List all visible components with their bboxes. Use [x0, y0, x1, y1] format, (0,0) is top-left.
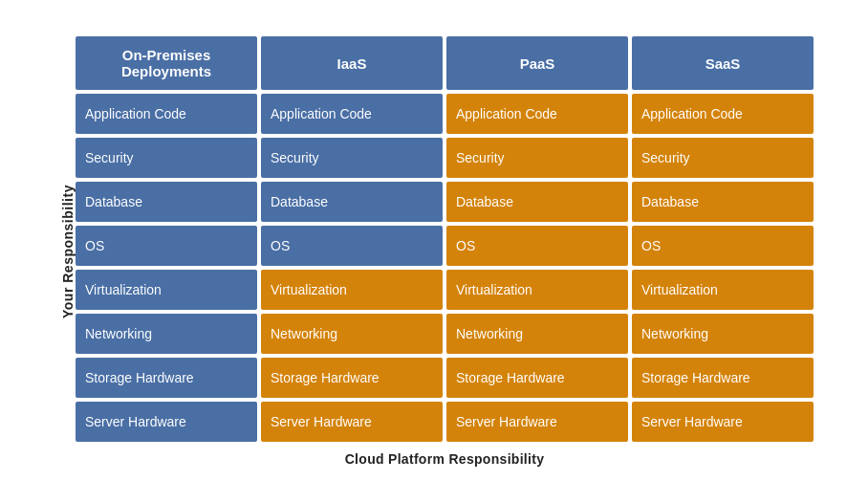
cell-on-premises-row6: Storage Hardware — [76, 358, 257, 398]
cell-paas-row7: Server Hardware — [446, 402, 628, 442]
x-axis-label: Cloud Platform Responsibility — [345, 451, 545, 467]
cell-saas-row5: Networking — [632, 314, 814, 354]
cell-paas-row3: OS — [446, 226, 628, 266]
column-iaas: IaaSApplication CodeSecurityDatabaseOSVi… — [261, 36, 443, 442]
cell-iaas-row7: Server Hardware — [261, 402, 443, 442]
cell-saas-row0: Application Code — [632, 94, 814, 134]
cell-saas-row7: Server Hardware — [632, 402, 814, 442]
cell-saas-row1: Security — [632, 138, 814, 178]
cell-iaas-row0: Application Code — [261, 94, 443, 134]
column-saas: SaaSApplication CodeSecurityDatabaseOSVi… — [632, 36, 814, 442]
diagram-wrapper: Your Responsibility On-Premises Deployme… — [54, 36, 814, 467]
cell-paas-row2: Database — [446, 182, 628, 222]
cell-iaas-row4: Virtualization — [261, 270, 443, 310]
cell-on-premises-row1: Security — [76, 138, 257, 178]
cell-saas-row6: Storage Hardware — [632, 358, 814, 398]
header-paas: PaaS — [446, 36, 628, 90]
column-paas: PaaSApplication CodeSecurityDatabaseOSVi… — [446, 36, 628, 442]
cell-iaas-row2: Database — [261, 182, 443, 222]
cell-paas-row1: Security — [446, 138, 628, 178]
cell-iaas-row3: OS — [261, 226, 443, 266]
cell-on-premises-row3: OS — [76, 226, 257, 266]
cell-saas-row4: Virtualization — [632, 270, 814, 310]
y-axis-label: Your Responsibility — [54, 36, 76, 467]
header-on-premises: On-Premises Deployments — [76, 36, 257, 90]
cell-paas-row5: Networking — [446, 314, 628, 354]
cell-paas-row0: Application Code — [446, 94, 628, 134]
cell-paas-row6: Storage Hardware — [446, 358, 628, 398]
cell-saas-row2: Database — [632, 182, 814, 222]
columns-wrapper: On-Premises DeploymentsApplication CodeS… — [76, 36, 814, 442]
cell-iaas-row1: Security — [261, 138, 443, 178]
cell-saas-row3: OS — [632, 226, 814, 266]
cell-on-premises-row0: Application Code — [76, 94, 257, 134]
diagram-container: On-Premises DeploymentsApplication CodeS… — [76, 36, 814, 467]
header-saas: SaaS — [632, 36, 814, 90]
header-iaas: IaaS — [261, 36, 443, 90]
cell-on-premises-row4: Virtualization — [76, 270, 257, 310]
column-on-premises: On-Premises DeploymentsApplication CodeS… — [76, 36, 257, 442]
cell-iaas-row6: Storage Hardware — [261, 358, 443, 398]
cell-paas-row4: Virtualization — [446, 270, 628, 310]
cell-on-premises-row2: Database — [76, 182, 257, 222]
cell-on-premises-row7: Server Hardware — [76, 402, 257, 442]
cell-iaas-row5: Networking — [261, 314, 443, 354]
cell-on-premises-row5: Networking — [76, 314, 257, 354]
